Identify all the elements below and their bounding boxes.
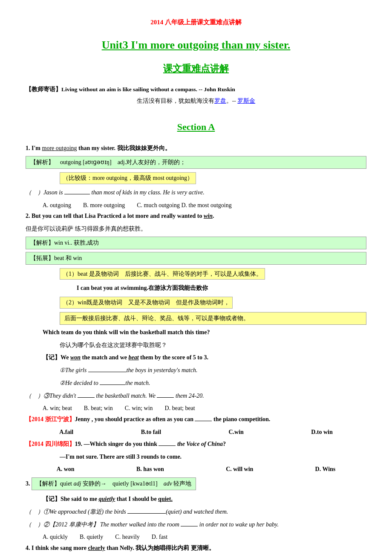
item-3-practice2: （ ）②【2012 阜康中考】 The mother walked into t… xyxy=(26,520,366,530)
teacher-quote-label: 【教师寄语】 xyxy=(26,86,61,92)
blank-2d xyxy=(157,397,174,398)
teacher-quote: 【教师寄语】Living without an aim is like sail… xyxy=(26,85,366,95)
item-2-which-team-cn: 你认为哪个队会在这次篮球赛中取胜呢？ xyxy=(60,340,366,350)
item-4-num: 4. I think she sang more clearly than Ne… xyxy=(26,545,215,551)
item-2-tuozhan: 【拓展】beat 和 win xyxy=(26,252,366,265)
item-1-text: than my sister. 我比我妹妹更外向。 xyxy=(77,145,171,151)
top-title: 2014 八年级上册课文重难点讲解 xyxy=(26,17,366,28)
item-1-paren: （ ）Jason is than most of kids in my clas… xyxy=(26,189,205,196)
item-1-bijiaoji-box: （比较级：more outgoing，最高级 most outgoing） xyxy=(60,172,196,184)
blank-2e xyxy=(195,421,212,421)
item-2014-sichuan-reply: —I'm not sure. There are still 3 rounds … xyxy=(60,452,366,462)
choice-afail: A.fail xyxy=(59,427,73,437)
teacher-quote-en: Living without an aim is like sailing wi… xyxy=(61,86,235,92)
item-1: 1. I'm more outgoing than my sister. 我比我… xyxy=(26,143,366,153)
choice-cwillwin: C. will win xyxy=(226,464,253,474)
item-1-practice: （ ）Jason is than most of kids in my clas… xyxy=(26,188,366,198)
item-1-choices: A. outgoing B. more outgoing C. much out… xyxy=(43,200,366,211)
item-4: 4. I think she sang more clearly than Ne… xyxy=(26,543,366,553)
ke-wen-title: 课文重难点讲解 xyxy=(26,61,366,76)
item-2-beat-1-box: （1）beat 是及物动词 后接比赛、战斗、辩论等的对手，可以是人或集体。 xyxy=(60,268,265,280)
item-2-beat-1: （1）beat 是及物动词 后接比赛、战斗、辩论等的对手，可以是人或集体。 xyxy=(60,267,366,281)
page-wrapper: 2014 八年级上册课文重难点讲解 Unit3 I'm more outgoin… xyxy=(26,17,366,553)
item-2014-zhejiang-choices: A.fail B.to fail C.win D.to win xyxy=(26,427,366,437)
choice-bfail: B.to fail xyxy=(141,427,161,437)
item-3-num: 3. xyxy=(26,480,30,487)
choice-dtowin: D.to win xyxy=(311,427,333,437)
item-3-practice1: （ ）①We approached (靠近) the birds (quiet)… xyxy=(26,507,366,517)
item-2014-zhejiang-label: 【2014 浙江宁波】 xyxy=(26,416,75,422)
item-3-ji: 【记】She said to me quietly that I should … xyxy=(43,494,366,504)
item-1-num: 1. I'm xyxy=(26,145,42,151)
item-2014-zhejiang-text: Jenny , you should practice as often as … xyxy=(75,416,271,422)
item-2-num: 2. But you can tell that Lisa Practiced … xyxy=(26,213,214,219)
blank-2c xyxy=(78,397,95,398)
blank-3b xyxy=(181,526,198,526)
item-3-jiex-box: 【解析】quiet adj 安静的→ quietly [kwa1ətl1] ad… xyxy=(32,477,196,490)
item-2-which-team: Which team do you think will win the bas… xyxy=(43,327,366,338)
item-3-choices: A. quickly B. quietly C. heavily D. fast xyxy=(43,532,366,542)
item-2014-sichuan-choices: A. won B. has won C. will win D. Wins xyxy=(26,464,366,474)
item-2-jiex-box: 【解析】win vi.. 获胜,成功 xyxy=(26,237,366,249)
unit-title: Unit3 I'm more outgoing than my sister. xyxy=(26,36,366,55)
item-2: 2. But you can tell that Lisa Practiced … xyxy=(26,211,366,221)
item-2-beat-example-text: I can beat you at swimming.在游泳方面我能击败你 xyxy=(77,285,208,291)
item-2014-zhejiang: 【2014 浙江宁波】Jenny , you should practice a… xyxy=(26,414,366,425)
section-title: Section A xyxy=(26,119,366,135)
item-2-practice3: （ ）③They didn't the basketball match. We… xyxy=(26,391,366,401)
blank-2a xyxy=(88,372,127,372)
blank-2b xyxy=(100,384,125,385)
item-2-tuozhan-box: 【拓展】beat 和 win xyxy=(26,252,366,265)
item-2-win-2b-box: 后面一般接后接比赛、战斗、辩论、奖品、钱等，可以是事物或者物。 xyxy=(60,312,366,325)
choice-awon: A. won xyxy=(57,464,75,474)
choice-bhaswon: B. has won xyxy=(136,464,164,474)
item-2-practice2: ②He decided to the match. xyxy=(60,378,366,388)
item-2-paren3: （ ）③They didn't the basketball match. We… xyxy=(26,393,204,399)
item-1-jiex: 【解析】 outgoing [aʊtɡəʊɪŋ] adj.对人友好的，开朗的； xyxy=(26,156,366,169)
item-1-jiex-box: 【解析】 outgoing [aʊtɡəʊɪŋ] adj.对人友好的，开朗的； xyxy=(26,156,366,169)
item-1-bijiaoji: （比较级：more outgoing，最高级 most outgoing） xyxy=(60,171,366,185)
item-1-more-outgoing: more outgoing xyxy=(42,145,77,151)
choice-dwins: D. Wins xyxy=(315,464,336,474)
item-2014-sichuan-label: 【2014 四川绵阳】 xyxy=(26,441,75,447)
item-2-win-2b: 后面一般接后接比赛、战斗、辩论、奖品、钱等，可以是事物或者物。 xyxy=(60,312,366,325)
item-2014-sichuan: 【2014 四川绵阳】19. —Which singer do you thin… xyxy=(26,439,366,449)
item-2-win-2-box: （2）win既是及物动词 又是不及物动词 但是作及物动词时， xyxy=(60,297,233,309)
item-2-ji: 【记】We won the match and we beat them by … xyxy=(43,353,366,363)
item-2-beat-example: I can beat you at swimming.在游泳方面我能击败你 xyxy=(77,283,366,293)
item-3-paren1: （ ）①We approached (靠近) the birds (quiet)… xyxy=(26,509,228,515)
blank-1 xyxy=(64,194,90,194)
blank-2f xyxy=(159,445,176,446)
item-2-cn: 但是你可以说莉萨 练习得跟多并真的想获胜。 xyxy=(26,224,366,234)
item-2-choices: A. win; beat B. beat; win C. win; win D.… xyxy=(43,403,366,413)
luopan-link[interactable]: 罗盘 xyxy=(214,98,226,104)
item-2-jiex: 【解析】win vi.. 获胜,成功 xyxy=(26,237,366,249)
luosijin-link[interactable]: 罗斯金 xyxy=(237,98,255,104)
item-1-choice-a: A. outgoing B. more outgoing C. much out… xyxy=(43,202,232,208)
choice-cwin: C.win xyxy=(228,427,243,437)
item-2-practice1: ①The girls the boys in yesterday's match… xyxy=(60,365,366,376)
item-2014-sichuan-text: 19. —Which singer do you think the Voice… xyxy=(75,441,226,447)
teacher-quote-cn: 生活没有目标，犹如航海没有罗盘。-- 罗斯金 xyxy=(26,96,366,106)
blank-3a xyxy=(127,513,166,514)
item-3: 3. 【解析】quiet adj 安静的→ quietly [kwa1ətl1]… xyxy=(26,476,366,491)
item-3-paren2: （ ）②【2012 阜康中考】 The mother walked into t… xyxy=(26,521,279,528)
item-2-win-2: （2）win既是及物动词 又是不及物动词 但是作及物动词时， xyxy=(60,296,366,309)
